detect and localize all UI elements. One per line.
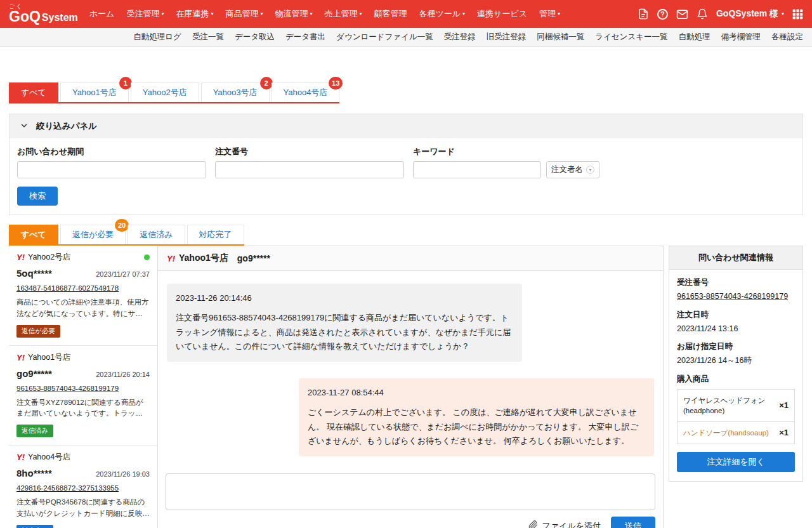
subnav-data-export[interactable]: データ書出 xyxy=(285,32,325,43)
list-item[interactable]: Y! Yahoo4号店 8ho***** 2023/11/26 19:03 42… xyxy=(9,446,157,528)
order-number-field-group: 注文番号 xyxy=(215,146,404,178)
keyword-field-group: キーワード 注文者名 ▾ xyxy=(413,146,599,178)
filter-panel: 絞り込みパネル お問い合わせ期間 注文番号 キーワード 注文者名 ▾ xyxy=(9,114,803,215)
yahoo-icon: Y! xyxy=(16,253,25,262)
topbar-right: ? GoQSystem 様 ▾ xyxy=(638,8,803,20)
subnav-remarks-management[interactable]: 備考欄管理 xyxy=(721,32,761,43)
subnav-license-key-list[interactable]: ライセンスキー一覧 xyxy=(595,32,667,43)
reply-composer: ファイルを添付 送信 xyxy=(158,467,663,528)
subnav-old-order-entry[interactable]: 旧受注登録 xyxy=(487,32,527,43)
mail-icon[interactable] xyxy=(676,8,688,20)
unread-count-badge: 1 xyxy=(119,77,132,89)
chat-messages: 2023-11-26 20:14:46 注文番号961653-88574043-… xyxy=(158,271,663,467)
nav-home[interactable]: ホーム xyxy=(89,8,115,20)
customer-id: 5oq***** xyxy=(16,268,52,279)
shop-tab-yahoo1[interactable]: Yahoo1号店1 xyxy=(60,82,129,102)
chevron-down-icon: ▾ xyxy=(586,166,594,174)
order-number-link[interactable]: 961653-88574043-4268199179 xyxy=(16,385,119,392)
message-excerpt: 商品についての詳細や注意事項、使用方法などが気になっています。特にサイズやカ xyxy=(16,297,150,320)
subnav-order-entry[interactable]: 受注登録 xyxy=(444,32,476,43)
nav-order-management[interactable]: 受注管理▾ xyxy=(126,8,164,20)
nav-admin[interactable]: 管理▾ xyxy=(539,8,560,20)
status-badge: 対応完了 xyxy=(16,525,53,528)
nav-tools[interactable]: 各種ツール▾ xyxy=(419,8,465,20)
message-text: 注文番号961653-88574043-4268199179に関連する商品がまだ… xyxy=(176,311,513,354)
status-tab-all[interactable]: すべて xyxy=(9,225,58,244)
reply-input[interactable] xyxy=(166,473,655,510)
customer-id: go9***** xyxy=(16,368,52,379)
status-tab-replied[interactable]: 返信済み xyxy=(128,225,185,244)
order-number-input[interactable] xyxy=(215,161,404,178)
product-name[interactable]: ハンドソープ(handsoaup) xyxy=(683,428,775,438)
product-row: ワイヤレスヘッドフォン (headphone) ×1 xyxy=(678,390,794,421)
apps-grid-icon[interactable] xyxy=(792,9,803,20)
send-button[interactable]: 送信 xyxy=(611,517,655,528)
status-badge: 返信が必要 xyxy=(16,325,60,338)
status-badge: 返信済み xyxy=(16,425,53,437)
unread-dot xyxy=(144,254,150,260)
shop-tab-all[interactable]: すべて xyxy=(9,82,58,102)
shop-name: Yahoo1号店 xyxy=(28,352,70,363)
subnav-bundle-candidates[interactable]: 同梱候補一覧 xyxy=(537,32,584,43)
staff-reply-message: 2023-11-27 08:54:44 ごくーシステムの村上でございます。 この… xyxy=(299,378,654,456)
filter-panel-toggle[interactable]: 絞り込みパネル xyxy=(10,114,802,138)
nav-customer-management[interactable]: 顧客管理 xyxy=(374,8,407,20)
status-tab-done[interactable]: 対応完了 xyxy=(187,225,244,244)
customer-message: 2023-11-26 20:14:46 注文番号961653-88574043-… xyxy=(167,284,522,362)
yahoo-icon: Y! xyxy=(16,452,25,462)
attach-file-button[interactable]: ファイルを添付 xyxy=(528,520,601,528)
inquiry-period-label: お問い合わせ期間 xyxy=(17,146,206,157)
nav-product-management[interactable]: 商品管理▾ xyxy=(225,8,263,20)
message-text: ごくーシステムの村上でございます。 この度は、ご連絡が遅れて大変申し訳ございませ… xyxy=(308,406,645,449)
memo-log-icon[interactable] xyxy=(638,8,649,20)
needs-reply-count-badge: 20 xyxy=(115,219,129,232)
order-number-link[interactable]: 961653-88574043-4268199179 xyxy=(677,291,795,303)
subnav-settings[interactable]: 各種設定 xyxy=(771,32,803,43)
shop-name: Yahoo4号店 xyxy=(28,452,70,463)
order-number-label: 注文番号 xyxy=(215,146,404,157)
help-icon[interactable]: ? xyxy=(657,9,668,20)
delivery-datetime-label: お届け指定日時 xyxy=(677,341,795,352)
subnav-download-file-list[interactable]: ダウンロードファイル一覧 xyxy=(336,32,433,43)
chat-header: Y! Yahoo1号店 go9***** xyxy=(158,246,663,271)
subnav-data-import[interactable]: データ取込 xyxy=(235,32,275,43)
unread-count-badge: 13 xyxy=(329,77,343,89)
search-button[interactable]: 検索 xyxy=(17,187,58,206)
nav-sales-management[interactable]: 売上管理▾ xyxy=(324,8,362,20)
logo-main-text: GoQ xyxy=(9,10,41,24)
inquiry-list: Y! Yahoo2号店 5oq***** 2023/11/27 07:37 16… xyxy=(9,246,157,528)
filter-panel-title: 絞り込みパネル xyxy=(36,121,97,132)
order-number-link[interactable]: 163487-54186877-6027549178 xyxy=(16,284,119,292)
inquiry-period-input[interactable] xyxy=(17,161,206,178)
order-number-link[interactable]: 429816-24568872-3275133955 xyxy=(16,484,119,492)
product-row: ハンドソープ(handsoaup) ×1 xyxy=(678,421,794,444)
subnav-auto-process[interactable]: 自動処理 xyxy=(679,32,710,43)
shop-tab-yahoo4[interactable]: Yahoo4号店13 xyxy=(272,82,340,102)
shop-name: Yahoo2号店 xyxy=(28,252,70,263)
inquiry-datetime: 2023/11/27 07:37 xyxy=(96,270,150,278)
inquiry-datetime: 2023/11/26 20:14 xyxy=(96,371,150,378)
status-tab-needs-reply[interactable]: 返信が必要20 xyxy=(60,225,126,244)
subnav-order-list[interactable]: 受注一覧 xyxy=(192,32,224,43)
keyword-input[interactable] xyxy=(413,161,541,178)
order-datetime-value: 2023/11/24 13:16 xyxy=(677,324,795,335)
customer-id: 8ho***** xyxy=(16,468,52,478)
bell-icon[interactable] xyxy=(697,8,708,20)
goq-logo[interactable]: ごく GoQ System xyxy=(9,4,78,24)
shop-tab-yahoo3[interactable]: Yahoo3号店2 xyxy=(201,82,270,102)
nav-logistics-management[interactable]: 物流管理▾ xyxy=(275,8,312,20)
content-area: Y! Yahoo2号店 5oq***** 2023/11/27 07:37 16… xyxy=(9,246,803,528)
list-item[interactable]: Y! Yahoo2号店 5oq***** 2023/11/27 07:37 16… xyxy=(9,246,157,346)
open-order-detail-button[interactable]: 注文詳細を開く xyxy=(677,452,795,472)
nav-linked-services[interactable]: 連携サービス xyxy=(477,8,527,20)
keyword-target-select[interactable]: 注文者名 ▾ xyxy=(546,161,599,178)
message-timestamp: 2023-11-27 08:54:44 xyxy=(308,386,645,400)
chevron-down-icon: ▾ xyxy=(211,11,213,16)
account-menu[interactable]: GoQSystem 様 ▾ xyxy=(716,8,784,20)
list-item[interactable]: Y! Yahoo1号店 go9***** 2023/11/26 20:14 96… xyxy=(9,346,157,446)
nav-stock-link[interactable]: 在庫連携▾ xyxy=(176,8,213,20)
subnav-auto-process-log[interactable]: 自動処理ログ xyxy=(133,32,181,43)
keyword-label: キーワード xyxy=(413,146,599,157)
shop-tab-yahoo2[interactable]: Yahoo2号店 xyxy=(131,82,199,102)
purchased-products-label: 購入商品 xyxy=(677,374,795,385)
